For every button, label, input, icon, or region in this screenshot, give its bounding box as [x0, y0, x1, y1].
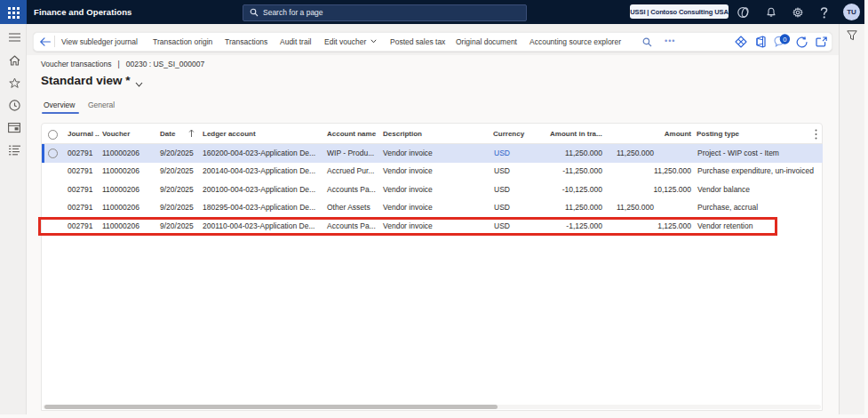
svg-text:0: 0	[783, 36, 786, 44]
